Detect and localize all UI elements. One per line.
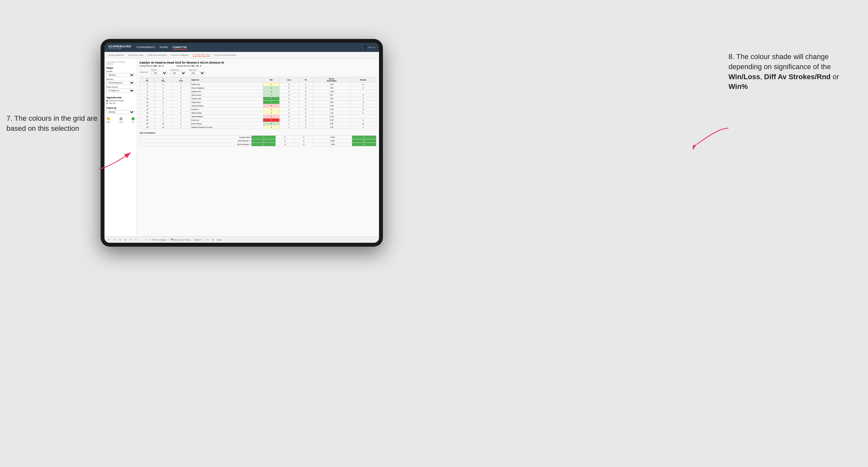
toolbar-cut[interactable]: ✂ [129,238,133,241]
td-reg: 3 [155,90,172,93]
ood-loss: 0 [276,143,294,146]
th-rounds: Rounds [350,77,376,83]
annotation-left-text: The colours in the grid are based on thi… [6,114,97,132]
td-win: 1 [263,115,280,119]
td-win: 1 [263,111,280,115]
sub-nav-player-h2h-grid[interactable]: PLAYER H2H GRID [193,53,210,57]
radio-top100-row[interactable]: Top 100 [106,102,135,104]
table-row: 13 1 1 Heejo Hyun 1 0 0 3.33 3 [140,101,376,104]
td-div: 9 [140,93,155,97]
nav-tournaments[interactable]: TOURNAMENTS [136,45,155,50]
sub-nav-player-summary[interactable]: PLAYER SUMMARY [171,54,188,57]
td-div: 14 [140,108,155,111]
region-select[interactable]: (All) [151,71,167,75]
table-row: 13 1 1 Jessica Huang 0 1 0 -3.00 2 [140,104,376,108]
legend-up: Up [131,117,135,123]
td-win: 2 [263,126,280,129]
sign-out-button[interactable]: Sign out [368,46,375,49]
toolbar-save-custom[interactable]: 💾 Save Custom View [171,239,190,241]
ood-diff: 7.400 [313,143,352,146]
td-tie: 1 [299,83,313,86]
td-rounds: 3 [350,93,376,97]
sub-nav-team-h2h-grid[interactable]: TEAM H2H GRID [128,54,144,57]
td-loss: 0 [280,90,299,93]
sidebar-player-rank-select[interactable]: 8. Katelyn Vo [106,89,135,93]
td-reg: 8 [155,111,172,115]
toolbar-redo[interactable]: ↪ [118,238,122,241]
table-row: 10 6 3 Andrea York 2 0 0 4.00 4 [140,97,376,101]
table-row: 20 11 7 Federica Domecq Lacroze 2 1 0 1.… [140,126,376,129]
td-rounds [350,90,376,93]
td-loss: 0 [280,111,299,115]
th-reg: #Reg [155,77,172,83]
toolbar-share[interactable]: Share [217,239,222,241]
td-tie: 0 [299,90,313,93]
arrow-left [96,146,135,172]
td-conf: 1 [172,115,190,119]
toolbar-share-label: Share [217,239,222,241]
td-win: 1 [263,83,280,86]
colour-by-select[interactable]: Win/loss [106,110,135,114]
legend-level-label: Level [119,121,123,123]
grid-area: Katelyn Vo Head-to-Head Grid for Women's… [137,58,379,236]
td-rounds: 11 [350,122,376,126]
region-filter: Region (All) [151,69,167,75]
toolbar-watch-label: Watch ▾ [194,239,201,241]
toolbar-view-original[interactable]: 👁 View: Original [152,239,167,241]
toolbar-watch[interactable]: Watch ▾ [194,239,201,241]
ood-rounds: 2 [352,136,376,139]
td-win: 1 [263,93,280,97]
td-rounds [350,115,376,119]
ood-tie: 0 [294,139,313,143]
td-tie: 0 [299,122,313,126]
toolbar-copy[interactable]: ⎘ [135,239,138,241]
radio-opponents-played-label: Opponents Played [109,100,124,101]
td-diff: -5.00 [313,119,350,122]
td-conf: 7 [172,126,190,129]
td-rounds: 3 [350,101,376,104]
toolbar-layout1[interactable]: ⊡ [206,238,209,241]
sidebar-gender-select[interactable]: Women's [106,73,135,77]
sub-nav-player-h2h-heatmap[interactable]: PLAYER H2H HEATMAP [214,54,236,57]
th-tie: Tie [299,77,313,83]
radio-opponents-played-dot [106,100,108,101]
td-reg: 10 [155,122,172,126]
toolbar-layout2[interactable]: ⊞ [211,238,215,241]
toolbar-undo[interactable]: ↩ [107,238,111,241]
toolbar-circle[interactable]: ⊙ [145,238,148,241]
radio-opponents-played-row[interactable]: Opponents Played [106,100,135,101]
table-row: 18 2 2 Euna Lee 0 1 0 -5.00 2 [140,119,376,122]
td-rounds: 4 [350,83,376,86]
td-div: 5 [140,86,155,90]
toolbar-dot[interactable]: · [140,239,143,241]
annotation-right-number: 8. [728,53,734,61]
toolbar-grid[interactable]: ⊞ [124,238,127,241]
td-opponent: Federica Domecq Lacroze [190,126,263,129]
conference-label: Conference [170,69,186,71]
annotation-bold-diff: Diff Av Strokes/Rnd [764,73,831,81]
td-loss: 2 [280,108,299,111]
td-loss: 0 [280,101,299,104]
td-loss: 1 [280,104,299,108]
radio-top100-dot [106,102,108,104]
nav-teams[interactable]: TEAMS [160,45,168,50]
td-loss: 2 [280,115,299,119]
opponent-select[interactable]: (All) [189,71,205,75]
out-of-division-title: Out of division [140,132,376,134]
td-loss: 0 [280,93,299,97]
td-reg: 1 [155,101,172,104]
toolbar-divider-3 [192,238,192,242]
sub-nav-team-h2h-heatmap[interactable]: TEAM H2H HEATMAP [147,54,167,57]
td-conf: 1 [172,101,190,104]
sidebar-division-select[interactable]: NCAA Division III [106,81,135,85]
td-rounds: 2 [350,104,376,108]
toolbar-undo2[interactable]: ↩ [113,238,116,241]
sub-nav-team-summary[interactable]: TEAM SUMMARY [108,54,124,57]
td-reg: 2 [155,86,172,90]
nav-committee[interactable]: COMMITTEE [173,45,187,50]
td-div: 13 [140,101,155,104]
table-body: 3 1 1 Esther Lee 1 0 1 1.50 4 5 2 2 Alex… [140,83,376,129]
conference-select[interactable]: (All) [170,71,186,75]
annotation-bold-winloss: Win/Loss [728,73,760,81]
td-opponent: Esther Lee [190,83,263,86]
